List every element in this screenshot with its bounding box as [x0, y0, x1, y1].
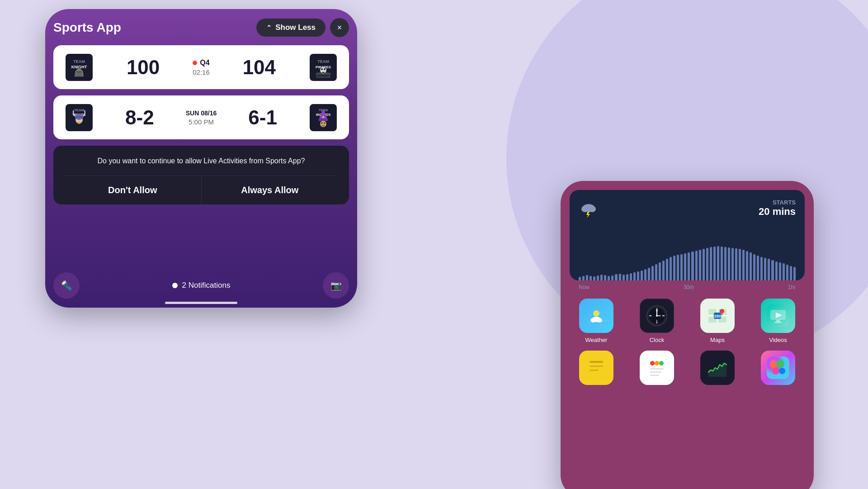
app-stocks[interactable] [691, 351, 744, 385]
rain-bar [680, 254, 683, 280]
rain-bar [604, 275, 606, 280]
svg-marker-33 [586, 212, 590, 218]
chart-label-30m: 30m [684, 284, 694, 290]
rain-bar [637, 271, 639, 280]
weather-widget: STARTS 20 mins Now 30m 1hr [570, 190, 805, 280]
svg-point-79 [776, 360, 784, 368]
app-clock[interactable]: 12 6 3 9 Clock [630, 299, 684, 343]
rain-bar [783, 263, 785, 280]
app-notes-white[interactable] [630, 351, 684, 385]
svg-text:9: 9 [651, 314, 652, 317]
svg-text:TEAM: TEAM [318, 59, 330, 64]
rain-bar [666, 259, 668, 280]
svg-point-28 [321, 122, 323, 123]
rain-bar [582, 276, 585, 280]
svg-text:TEAM: TEAM [74, 108, 84, 112]
rain-bar [771, 260, 774, 280]
app-weather[interactable]: Weather [570, 299, 623, 343]
game1-time: 02:16 [193, 68, 210, 76]
home-indicator [165, 302, 237, 304]
svg-rect-4 [76, 71, 82, 73]
rain-bar [703, 249, 705, 280]
dont-allow-button[interactable]: Don't Allow [64, 176, 202, 204]
rain-bar [688, 252, 690, 280]
svg-rect-77 [767, 356, 789, 379]
game2-info: SUN 08/16 5:00 PM [186, 109, 217, 126]
flashlight-button[interactable]: 🔦 [53, 272, 80, 299]
weather-app-label: Weather [585, 337, 608, 343]
svg-text:6: 6 [656, 319, 658, 322]
svg-point-69 [650, 361, 655, 366]
rain-bar [684, 253, 686, 280]
always-allow-button[interactable]: Always Allow [202, 176, 339, 204]
rain-bar [608, 276, 610, 280]
svg-point-70 [655, 361, 659, 366]
rain-bar [600, 275, 603, 280]
left-phone: Sports App ⌃ Show Less × TEAM KNIGHT 10 [45, 9, 357, 308]
rain-bar [764, 258, 766, 280]
rain-bar [728, 247, 730, 280]
rain-bar [739, 249, 741, 280]
game1-info: Q4 02:16 [193, 59, 210, 76]
starts-time: 20 mins [759, 206, 796, 218]
chart-label-now: Now [579, 284, 590, 290]
rain-bar [724, 247, 726, 280]
rain-bar [677, 255, 679, 280]
game2-card: TEAM VIKINGS 8-2 SUN 08/16 5:00 PM 6-1 [53, 95, 349, 139]
rain-bar [735, 248, 737, 280]
svg-point-71 [659, 361, 664, 366]
rain-bar [786, 265, 788, 280]
svg-rect-65 [590, 361, 603, 363]
rain-bar [611, 275, 613, 280]
rain-bar [593, 276, 595, 280]
rain-bar [579, 277, 581, 280]
app-notes-yellow[interactable] [570, 351, 623, 385]
svg-rect-20 [75, 116, 83, 118]
show-less-label: Show Less [275, 23, 316, 32]
notifications-indicator: 2 Notifications [172, 281, 231, 290]
app-games[interactable] [751, 351, 805, 385]
close-button[interactable]: × [330, 18, 349, 37]
live-indicator [193, 61, 197, 65]
app-maps[interactable]: 280 Maps [691, 299, 744, 343]
svg-point-32 [589, 206, 596, 212]
game1-quarter: Q4 [200, 59, 209, 67]
svg-point-57 [720, 309, 724, 313]
rain-chart [570, 231, 805, 280]
rain-bar [670, 257, 672, 280]
starts-label: STARTS [759, 199, 796, 206]
rain-bar [662, 261, 665, 280]
rain-bar [691, 252, 693, 280]
rain-bar [626, 274, 628, 280]
notifications-count: 2 Notifications [182, 281, 231, 290]
svg-rect-14 [322, 72, 325, 73]
camera-button[interactable]: 📷 [323, 272, 349, 299]
rain-bar [731, 248, 734, 280]
rain-bar [644, 269, 646, 280]
games-icon [761, 351, 795, 385]
clock-icon: 12 6 3 9 [640, 299, 674, 333]
rain-bar [717, 246, 719, 280]
rain-bar [623, 275, 625, 280]
rain-bar [651, 266, 654, 280]
game2-score1: 8-2 [125, 106, 154, 129]
permission-text: Do you want to continue to allow Live Ac… [64, 156, 338, 166]
rain-bar [713, 247, 716, 280]
chart-label-1hr: 1hr [788, 284, 796, 290]
show-less-button[interactable]: ⌃ Show Less [256, 19, 326, 37]
rain-bar [768, 259, 770, 280]
rain-bar [659, 262, 661, 280]
svg-point-13 [324, 68, 326, 70]
svg-text:TEAM: TEAM [73, 59, 85, 64]
rain-bar [648, 268, 650, 280]
rain-bar [742, 250, 745, 280]
permission-dialog: Do you want to continue to allow Live Ac… [53, 146, 349, 204]
rain-bar [673, 256, 675, 280]
app-videos[interactable]: Videos [751, 299, 805, 343]
svg-rect-72 [650, 368, 664, 370]
rain-bar [586, 275, 588, 280]
game1-card: TEAM KNIGHT 100 Q4 02:16 104 TEAM PIRATE… [53, 45, 349, 89]
app-grid: Weather 12 6 3 9 [570, 299, 805, 385]
rain-bar [757, 256, 759, 280]
svg-point-80 [772, 367, 779, 375]
